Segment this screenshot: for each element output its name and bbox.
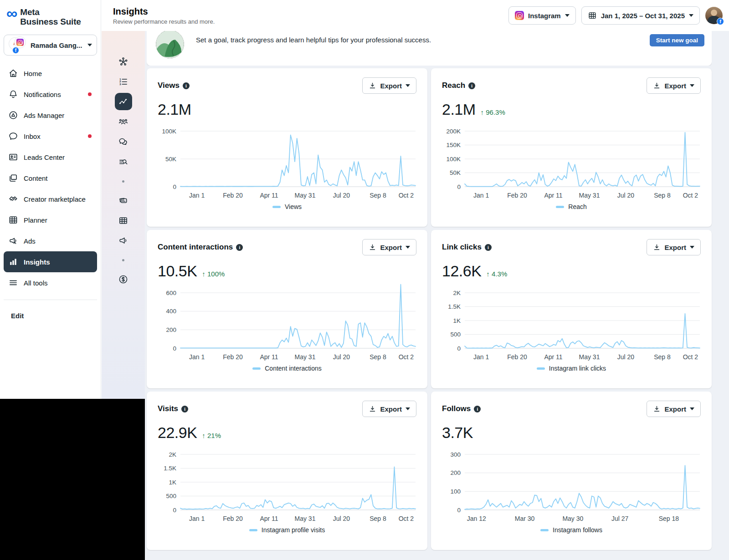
sidebar-item-content[interactable]: Content — [4, 168, 97, 188]
export-button[interactable]: Export — [362, 77, 416, 94]
svg-text:Jan 1: Jan 1 — [189, 515, 205, 522]
download-icon — [369, 405, 376, 413]
svg-text:600: 600 — [166, 290, 176, 296]
sidebar-item-planner[interactable]: Planner — [4, 209, 97, 230]
svg-text:500: 500 — [450, 331, 461, 338]
rail-item-audience[interactable] — [115, 113, 132, 130]
svg-text:500: 500 — [166, 493, 176, 499]
edit-sidebar-link[interactable]: Edit — [11, 312, 101, 320]
instagram-icon — [515, 11, 524, 20]
instagram-icon — [16, 39, 24, 46]
rail-item-table[interactable] — [115, 212, 132, 229]
legend-label: Instagram profile visits — [262, 526, 325, 534]
creator-marketplace-icon — [8, 194, 18, 204]
svg-text:Mar 30: Mar 30 — [515, 515, 535, 522]
svg-text:Sep 8: Sep 8 — [370, 515, 386, 522]
info-icon[interactable]: i — [236, 244, 243, 251]
export-button[interactable]: Export — [647, 401, 701, 417]
sidebar-item-notifications[interactable]: Notifications — [4, 84, 97, 105]
svg-text:Jan 1: Jan 1 — [473, 192, 489, 199]
info-icon[interactable]: i — [468, 82, 475, 89]
export-button[interactable]: Export — [362, 239, 416, 255]
info-icon[interactable]: i — [485, 244, 492, 251]
brand-logo[interactable]: ∞ Meta Business Suite — [0, 0, 101, 26]
legend-dash-icon — [272, 206, 281, 208]
metric-delta: ↑ 21% — [202, 432, 221, 439]
meta-business-suite-insights-page: ∞ Meta Business Suite R f Ramada Gang...… — [0, 0, 729, 560]
card-visits: Visits i Export 22.9K ↑ 21% 05001K1.5K2K… — [147, 392, 427, 550]
rail-item-ordered-list[interactable]: 123 — [115, 73, 132, 90]
date-range-button[interactable]: Jan 1, 2025 – Oct 31, 2025 — [581, 6, 700, 25]
sidebar-item-label: Ads — [24, 237, 36, 245]
page-header: Insights Review performance results and … — [102, 0, 729, 31]
svg-text:Apr 11: Apr 11 — [544, 192, 562, 199]
insight-cards-grid: Views i Export 2.1M 050K100KJan 1Feb 20A… — [147, 68, 712, 550]
sidebar-item-ads-manager[interactable]: Ads Manager — [4, 105, 97, 126]
rail-item-monetization-card[interactable] — [115, 192, 132, 209]
card-views: Views i Export 2.1M 050K100KJan 1Feb 20A… — [147, 68, 427, 227]
start-new-goal-button[interactable]: Start new goal — [650, 34, 704, 46]
sidebar-item-creator-marketplace[interactable]: Creator marketplace — [4, 188, 97, 209]
promote-icon — [118, 235, 128, 246]
goal-banner-text: Set a goal, track progress and learn hel… — [196, 36, 431, 44]
audience-icon — [118, 117, 128, 127]
rail-item-promote[interactable] — [115, 232, 132, 249]
line-chart: 0200400600Jan 1Feb 20Apr 11May 31Jul 20S… — [158, 282, 418, 367]
export-button[interactable]: Export — [362, 401, 416, 417]
sidebar-item-label: Content — [24, 174, 48, 182]
platform-label: Instagram — [528, 12, 561, 20]
svg-text:50K: 50K — [450, 169, 461, 176]
page-title: Insights — [113, 6, 215, 17]
sidebar-item-ads[interactable]: Ads — [4, 230, 97, 251]
rail-item-earnings[interactable] — [115, 270, 132, 288]
info-icon[interactable]: i — [183, 82, 190, 89]
svg-text:100K: 100K — [162, 128, 176, 135]
rail-item-messages[interactable] — [115, 133, 132, 150]
svg-text:0: 0 — [173, 507, 176, 514]
export-label: Export — [664, 244, 686, 251]
card-title: Reach — [442, 81, 465, 90]
chevron-down-icon — [565, 14, 570, 17]
account-selector[interactable]: R f Ramada Gang... — [4, 35, 97, 56]
user-avatar[interactable]: f — [705, 7, 723, 24]
rail-separator-dot — [122, 180, 124, 183]
card-content-interactions: Content interactions i Export 10.5K ↑ 10… — [147, 230, 427, 388]
chevron-down-icon — [406, 246, 410, 249]
svg-text:Oct 2: Oct 2 — [399, 192, 414, 199]
rail-item-search-list[interactable] — [115, 153, 132, 170]
planner-icon — [8, 215, 18, 225]
svg-text:1.5K: 1.5K — [448, 303, 461, 310]
insights-icon — [8, 257, 18, 267]
info-icon[interactable]: i — [181, 406, 188, 412]
svg-text:Oct 2: Oct 2 — [683, 353, 698, 361]
svg-text:Feb 20: Feb 20 — [223, 353, 243, 361]
export-label: Export — [380, 82, 402, 90]
sidebar-item-inbox[interactable]: Inbox — [4, 126, 97, 147]
avatar-face — [711, 10, 717, 16]
svg-text:May 31: May 31 — [295, 192, 316, 199]
search-list-icon — [118, 157, 128, 167]
export-button[interactable]: Export — [647, 239, 701, 255]
rail-item-trend[interactable] — [115, 93, 132, 110]
legend-dash-icon — [540, 529, 549, 531]
sidebar-item-leads-center[interactable]: Leads Center — [4, 147, 97, 168]
sidebar-item-home[interactable]: Home — [4, 63, 97, 84]
sidebar-item-label: Creator marketplace — [24, 195, 86, 203]
svg-text:150K: 150K — [446, 142, 461, 148]
sidebar-item-all-tools[interactable]: All tools — [4, 272, 97, 293]
ads-icon — [8, 236, 18, 246]
line-chart: 0100200300Jan 12Mar 30May 30Jul 27Sep 18 — [442, 443, 703, 528]
svg-text:Oct 2: Oct 2 — [683, 192, 698, 199]
sidebar-item-insights[interactable]: Insights — [4, 251, 97, 272]
info-icon[interactable]: i — [474, 406, 481, 412]
sidebar-item-label: Planner — [24, 216, 47, 224]
rail-item-network[interactable] — [115, 53, 132, 70]
meta-infinity-icon: ∞ — [6, 7, 17, 19]
export-button[interactable]: Export — [647, 77, 701, 94]
svg-text:300: 300 — [450, 451, 461, 458]
download-icon — [369, 244, 376, 251]
svg-text:Oct 2: Oct 2 — [399, 515, 414, 522]
export-label: Export — [664, 82, 686, 90]
platform-selector-button[interactable]: Instagram — [508, 6, 576, 25]
goal-illustration — [156, 31, 184, 58]
